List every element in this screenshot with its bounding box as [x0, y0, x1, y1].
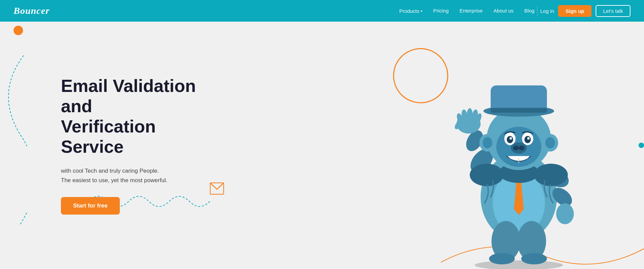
- mascot-character: [454, 60, 583, 269]
- enterprise-link[interactable]: Enterprise: [460, 8, 483, 14]
- svg-point-31: [510, 137, 512, 139]
- nav-actions: Log in Sign up Let's talk: [540, 5, 630, 17]
- svg-point-35: [519, 145, 525, 150]
- nav-item-blog[interactable]: Blog: [524, 8, 534, 14]
- start-free-button[interactable]: Start for free: [61, 197, 120, 215]
- products-label: Products: [399, 8, 419, 14]
- pricing-link[interactable]: Pricing: [433, 8, 449, 14]
- logo[interactable]: Bouncer: [14, 5, 50, 16]
- nav-item-about[interactable]: About us: [493, 8, 513, 14]
- login-link[interactable]: Log in: [540, 8, 554, 14]
- envelope-icon: [210, 182, 224, 195]
- hero-content: Email Validation and Verification Servic…: [0, 49, 203, 242]
- svg-point-44: [521, 253, 547, 264]
- hero-subtitle: with cool Tech and truly caring People. …: [61, 166, 203, 185]
- nav-item-pricing[interactable]: Pricing: [433, 8, 449, 14]
- svg-point-38: [483, 137, 492, 148]
- svg-point-20: [534, 164, 568, 186]
- blog-link[interactable]: Blog: [524, 8, 534, 14]
- orange-dot-decoration: [14, 26, 23, 35]
- svg-point-12: [467, 108, 473, 119]
- mascot-area: [448, 73, 590, 269]
- navbar: Bouncer Products ▾ Pricing Enterprise Ab…: [0, 0, 644, 22]
- svg-point-2: [474, 260, 563, 269]
- nav-divider: [537, 6, 537, 16]
- svg-point-40: [545, 137, 555, 148]
- signup-button[interactable]: Sign up: [558, 5, 592, 17]
- lets-talk-button[interactable]: Let's talk: [596, 5, 630, 17]
- svg-point-43: [489, 253, 515, 264]
- hero-title: Email Validation and Verification Servic…: [61, 76, 203, 157]
- svg-point-34: [513, 145, 519, 150]
- subtitle-line2: The easiest to use, yet the most powerfu…: [61, 177, 168, 184]
- chevron-down-icon: ▾: [421, 9, 422, 13]
- svg-point-18: [556, 203, 574, 224]
- svg-point-29: [507, 136, 513, 143]
- orange-ring-decoration: [390, 45, 451, 106]
- svg-point-30: [525, 136, 531, 143]
- subtitle-line1: with cool Tech and truly caring People.: [61, 168, 159, 174]
- about-link[interactable]: About us: [493, 8, 513, 14]
- svg-rect-25: [491, 108, 547, 113]
- svg-point-1: [394, 49, 448, 103]
- nav-links: Products ▾ Pricing Enterprise About us B…: [399, 8, 535, 14]
- nav-item-products[interactable]: Products ▾: [399, 8, 422, 14]
- svg-point-32: [527, 137, 530, 139]
- products-link[interactable]: Products ▾: [399, 8, 422, 14]
- svg-point-19: [470, 164, 504, 186]
- teal-dot-decoration: [639, 143, 644, 148]
- hero-section: Email Validation and Verification Servic…: [0, 22, 644, 269]
- nav-item-enterprise[interactable]: Enterprise: [460, 8, 483, 14]
